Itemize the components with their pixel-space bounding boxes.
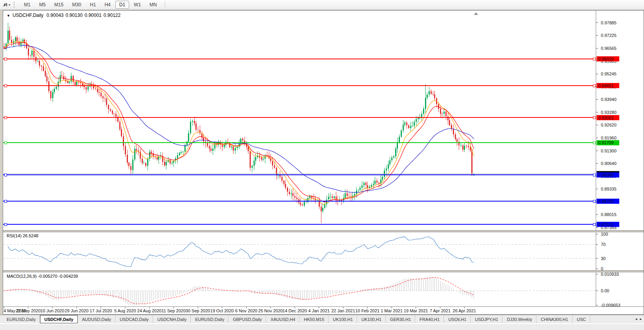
- date-axis-label: 7 Apr 2021: [430, 308, 451, 313]
- macd-axis-label: -0.009653: [601, 303, 620, 308]
- date-axis-label: 30 Sep 2020: [186, 308, 210, 313]
- hline-handle[interactable]: [593, 58, 595, 60]
- price-axis-label: 0.90640: [601, 161, 617, 166]
- chart-tab-china300-h1[interactable]: CHINA300,H1: [536, 315, 573, 323]
- candles-and-moving-averages: [4, 23, 474, 223]
- hline-price-label-text: 0.91709: [598, 140, 614, 145]
- date-axis-label: 24 Aug 2020: [137, 308, 162, 313]
- chart-tab-uk100-h1[interactable]: UK100,H1: [328, 315, 357, 323]
- chart-tab-eurusd-daily[interactable]: EURUSD,Daily: [191, 315, 228, 323]
- hline-handle[interactable]: [593, 116, 595, 119]
- timeframe-buttons: M1M5M15M30H1H4D1W1MN: [20, 1, 162, 9]
- chart-tab-usoil-h1[interactable]: USOil,H1: [444, 315, 471, 323]
- candles: [4, 23, 474, 223]
- hline-handle[interactable]: [593, 223, 595, 226]
- chart-tab-xauusd-h4[interactable]: XAUUSD,H4: [266, 315, 299, 323]
- chart-tab-bar: EURUSD,DailyUSDCHF,DailyAUDUSD,DailyUSDC…: [0, 315, 644, 323]
- horizontal-level-lines[interactable]: [3, 58, 596, 226]
- chart-frame: [3, 10, 644, 315]
- date-axis-label: 22 Jan 2021: [331, 308, 355, 313]
- chart-tab-usdcad-daily[interactable]: USDCAD,Daily: [115, 315, 153, 323]
- chart-tab-audusd-daily[interactable]: AUDUSD,Daily: [78, 315, 115, 323]
- chart-tab-gbpusd-daily[interactable]: GBPUSD,Daily: [228, 315, 266, 323]
- chart-tab-dj30-weekly[interactable]: DJ30,Weekly: [502, 315, 536, 323]
- timeframe-toolbar: ▾ M1M5M15M30H1H4D1W1MN: [0, 0, 644, 10]
- chart-cursor-tool-icon[interactable]: [2, 2, 8, 8]
- hline-handle[interactable]: [593, 200, 595, 202]
- price-axis-label: 0.95245: [601, 72, 617, 76]
- symbol-name: USDCHF,Daily: [13, 13, 44, 18]
- close-value: 0.90122: [104, 13, 121, 18]
- open-value: 0.90043: [47, 13, 64, 18]
- hline-handle[interactable]: [4, 116, 7, 119]
- chart-tab-eurusd-daily[interactable]: EURUSD,Daily: [2, 315, 40, 323]
- rsi-axis-label: 0: [601, 266, 603, 271]
- hline-price-label-text: 0.93001: [598, 116, 614, 120]
- date-axis-label: 14 Dec 2020: [283, 308, 307, 313]
- timeframe-button-h4[interactable]: H4: [100, 1, 114, 9]
- timeframe-button-w1[interactable]: W1: [130, 1, 145, 9]
- tool-dropdown-caret-icon[interactable]: ▾: [9, 3, 10, 7]
- price-level-labels: 0.901220.960260.946510.930010.917090.900…: [597, 56, 619, 227]
- chart-tab-fra40-h1[interactable]: FRA40,H1: [415, 315, 444, 323]
- symbol-dropdown-icon[interactable]: ▼: [7, 14, 10, 18]
- rsi-axis-label: 100: [601, 232, 608, 236]
- tab-scroll-left-icon[interactable]: ◄: [635, 317, 638, 321]
- date-axis-label: 19 Mar 2021: [404, 308, 428, 313]
- price-axis-label: 0.97225: [601, 33, 617, 38]
- mt4-terminal-window: ▾ M1M5M15M30H1H4D1W1MN 0.978850.972250.9…: [0, 0, 644, 330]
- timeframe-button-m5[interactable]: M5: [35, 1, 50, 9]
- hline-handle[interactable]: [593, 141, 595, 144]
- date-axis-label: 11 Sep 2020: [161, 308, 186, 313]
- date-axis-label: 29 Jun 2020: [65, 308, 89, 313]
- rsi-line: [8, 237, 474, 267]
- timeframe-button-d1[interactable]: D1: [115, 1, 129, 9]
- chart-tab-hk50-m15[interactable]: HK50,M15: [299, 315, 328, 323]
- hline-handle[interactable]: [593, 174, 595, 176]
- chart-tab-usc[interactable]: USC: [573, 315, 590, 323]
- usdchf-daily-chart[interactable]: 0.978850.972250.965650.959050.952450.945…: [3, 10, 644, 315]
- timeframe-button-m15[interactable]: M15: [50, 1, 67, 9]
- macd-label: MACD(12,26,9) -0.005270 -0.004239: [7, 274, 78, 279]
- price-axis-label: 0.96565: [601, 46, 617, 51]
- chart-tab-usdjpy-h1[interactable]: USDJPY,H1: [471, 315, 502, 323]
- hline-handle[interactable]: [4, 223, 7, 226]
- macd-indicator-pane: [3, 277, 596, 305]
- hline-handle[interactable]: [4, 200, 7, 202]
- chart-tab-usdchf-daily[interactable]: USDCHF,Daily: [40, 315, 78, 323]
- timeframe-button-m30[interactable]: M30: [68, 1, 85, 9]
- moving-average-13: [4, 42, 474, 202]
- hline-price-label-text: 0.88703: [598, 199, 614, 204]
- date-axis-label: 26 Apr 2021: [453, 308, 476, 313]
- tab-scroll-controls: ◄ ►: [633, 315, 644, 323]
- low-value: 0.90001: [84, 13, 102, 18]
- chart-tab-ger30-h1[interactable]: GER30,H1: [386, 315, 415, 323]
- hline-handle[interactable]: [4, 58, 7, 60]
- timeframe-button-mn[interactable]: MN: [146, 1, 161, 9]
- rsi-axis-label: 70: [601, 242, 606, 247]
- date-axis-label: 22 May 2020: [16, 308, 41, 313]
- timeframe-button-h1[interactable]: H1: [86, 1, 100, 9]
- price-axis-label: 0.93280: [601, 110, 617, 115]
- tab-scroll-right-icon[interactable]: ►: [639, 317, 642, 321]
- hline-handle[interactable]: [4, 174, 7, 176]
- chart-cursor-glyph: [2, 2, 8, 7]
- timeframe-button-m1[interactable]: M1: [20, 1, 35, 9]
- date-axis-label: 10 Feb 2021: [355, 308, 379, 313]
- hline-handle[interactable]: [4, 141, 7, 144]
- chart-tab-uk100-h1[interactable]: UK100,H1: [357, 315, 386, 323]
- hline-price-label-text: 0.94651: [598, 83, 614, 88]
- date-axis-label: 17 Jul 2020: [90, 308, 112, 313]
- hline-price-label-text: 0.90055: [598, 172, 614, 177]
- moving-average-8: [4, 41, 474, 204]
- toolbar-separator: [165, 1, 165, 8]
- date-axis-label: 10 Jun 2020: [40, 308, 64, 313]
- date-axis-label: 5 Aug 2020: [114, 308, 136, 313]
- toolbar-drag-grip[interactable]: [14, 2, 16, 8]
- price-axis-label: 0.88015: [601, 212, 617, 217]
- hline-handle[interactable]: [4, 84, 7, 87]
- chart-tab-usdcnh-daily[interactable]: USDCNH,Daily: [153, 315, 191, 323]
- chart-shift-marker-icon[interactable]: [474, 12, 478, 15]
- hline-handle[interactable]: [593, 84, 595, 87]
- price-axis-label: 0.93940: [601, 97, 617, 102]
